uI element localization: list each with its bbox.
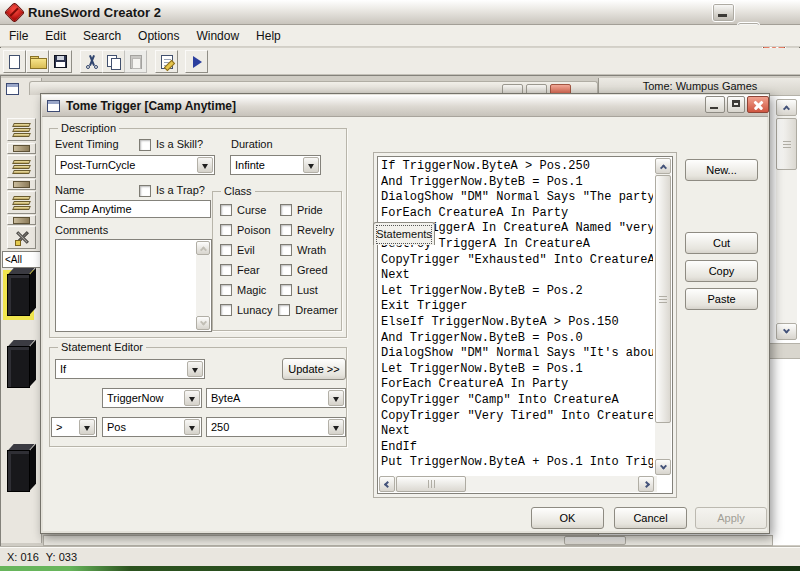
class-checkbox[interactable] [220, 224, 232, 236]
tome-layer-button[interactable] [7, 155, 36, 178]
new-document-button[interactable] [3, 50, 26, 73]
statement-line[interactable]: EndIf [381, 440, 653, 456]
dropdown-arrow-icon[interactable] [184, 419, 200, 435]
scroll-down-button[interactable] [776, 323, 797, 340]
name-input[interactable] [55, 200, 211, 218]
statement-line[interactable]: CopyTrigger "Very Tired" Into CreatureA [381, 409, 653, 425]
mini-view-button[interactable] [7, 179, 36, 190]
class-checkbox[interactable] [220, 284, 232, 296]
statement-line[interactable]: And TriggerNow.ByteB = Pos.0 [381, 331, 653, 347]
statements-scroll-up[interactable] [655, 158, 671, 174]
minimize-button[interactable] [712, 3, 735, 22]
class-checkbox[interactable] [280, 204, 292, 216]
menu-item[interactable]: Window [190, 26, 245, 46]
dropdown-arrow-icon[interactable] [328, 419, 344, 435]
menu-item[interactable]: Search [77, 26, 127, 46]
comments-scroll-down[interactable] [196, 316, 210, 330]
background-hscrollbar[interactable] [43, 535, 773, 546]
menu-item[interactable]: Edit [39, 26, 72, 46]
paste-statement-button[interactable]: Paste [685, 288, 758, 310]
menu-item[interactable]: File [3, 26, 34, 46]
dropdown-arrow-icon[interactable] [187, 361, 203, 377]
dialog-minimize-button[interactable] [705, 96, 725, 113]
field-select[interactable]: ByteA [206, 388, 346, 408]
statement-line[interactable]: CopyTrigger "Exhausted" Into CreatureA [381, 253, 653, 269]
tome-item-cube[interactable] [7, 450, 30, 492]
statement-line[interactable]: ForEach CreatureA In Party [381, 377, 653, 393]
statement-line[interactable]: ElseIf TriggerNow.ByteA > Pos.150 [381, 315, 653, 331]
cancel-button[interactable]: Cancel [614, 507, 687, 529]
statement-line[interactable]: If TriggerNow.ByteA > Pos.250 [381, 159, 653, 175]
statements-vscroll-thumb[interactable] [655, 175, 671, 423]
update-button[interactable]: Update >> [282, 358, 346, 380]
statement-line[interactable]: DialogShow "DM" Normal Says "The party i [381, 190, 653, 206]
statements-scroll-right[interactable] [638, 476, 654, 492]
comments-scroll-track[interactable] [196, 255, 210, 316]
statement-line[interactable]: Let TriggerNow.ByteB = Pos.1 [381, 362, 653, 378]
statement-line[interactable]: Next [381, 268, 653, 284]
statement-line[interactable]: Let TriggerNow.ByteB = Pos.2 [381, 284, 653, 300]
class-checkbox[interactable] [280, 224, 292, 236]
class-checkbox[interactable] [220, 244, 232, 256]
statement-line[interactable]: DialogShow "DM" Normal Says "It's about [381, 346, 653, 362]
statements-code[interactable]: If TriggerNow.ByteA > Pos.250And Trigger… [381, 159, 653, 474]
tools-button[interactable] [7, 226, 36, 249]
type-select[interactable]: Pos [102, 417, 202, 437]
tome-item-cube[interactable] [7, 346, 30, 388]
statements-listbox[interactable]: If TriggerNow.ByteA > Pos.250And Trigger… [377, 156, 673, 494]
statements-scroll-left[interactable] [379, 476, 395, 492]
class-checkbox[interactable] [220, 304, 232, 316]
menu-item[interactable]: Help [250, 26, 287, 46]
cut-statement-button[interactable]: Cut [685, 232, 758, 254]
statement-line[interactable]: Next [381, 424, 653, 440]
comments-scroll-up[interactable] [196, 241, 210, 255]
is-skill-checkbox[interactable] [139, 139, 151, 151]
statement-line[interactable]: CopyTrigger "Camp" Into CreatureA [381, 393, 653, 409]
dropdown-arrow-icon[interactable] [197, 157, 213, 173]
object-select[interactable]: TriggerNow [102, 388, 202, 408]
scroll-up-button[interactable] [776, 99, 797, 116]
background-hscroll-thumb[interactable] [564, 536, 626, 545]
class-checkbox[interactable] [280, 284, 292, 296]
dropdown-arrow-icon[interactable] [328, 390, 344, 406]
dialog-close-button[interactable] [747, 96, 769, 113]
statement-line[interactable]: Put TriggerNow.ByteA + Pos.1 Into Trigge [381, 455, 653, 471]
class-checkbox[interactable] [280, 264, 292, 276]
new-statement-button[interactable]: New... [685, 159, 758, 181]
dropdown-arrow-icon[interactable] [303, 157, 319, 173]
comments-textarea[interactable] [55, 239, 212, 332]
statements-scroll-down[interactable] [655, 459, 671, 475]
dropdown-arrow-icon[interactable] [184, 390, 200, 406]
copy-tool-button[interactable] [102, 50, 125, 73]
dialog-maximize-button[interactable] [727, 96, 745, 113]
open-button[interactable] [26, 50, 49, 73]
save-button[interactable] [49, 50, 72, 73]
number-select[interactable]: 250 [206, 417, 346, 437]
sidebar-filter-combo[interactable]: <All [2, 251, 41, 268]
cut-tool-button[interactable] [80, 50, 103, 73]
statement-line[interactable]: Exit Trigger [381, 299, 653, 315]
app-titlebar[interactable]: RuneSword Creator 2 [0, 0, 800, 25]
class-checkbox[interactable] [220, 204, 232, 216]
statement-line[interactable]: ForEach CreatureA In Party [381, 206, 653, 222]
class-checkbox[interactable] [278, 304, 290, 316]
dialog-titlebar[interactable]: Tome Trigger [Camp Anytime] [42, 95, 768, 117]
keyword-select[interactable]: If [55, 359, 205, 379]
event-timing-select[interactable]: Post-TurnCycle [55, 155, 215, 175]
mini-view-button[interactable] [7, 215, 36, 225]
statements-hscroll-thumb[interactable] [396, 476, 466, 492]
tab-statements[interactable]: Statements [373, 222, 435, 245]
run-button[interactable] [185, 50, 208, 73]
tome-layer-button[interactable] [7, 191, 36, 214]
scrollbar-thumb[interactable] [776, 118, 797, 170]
is-trap-checkbox[interactable] [139, 185, 151, 197]
ok-button[interactable]: OK [531, 507, 604, 529]
class-checkbox[interactable] [280, 244, 292, 256]
copy-statement-button[interactable]: Copy [685, 260, 758, 282]
tome-layer-button[interactable] [7, 118, 36, 141]
class-checkbox[interactable] [220, 264, 232, 276]
statement-line[interactable]: And TriggerNow.ByteB = Pos.1 [381, 175, 653, 191]
dropdown-arrow-icon[interactable] [79, 419, 95, 435]
duration-select[interactable]: Infinte [230, 155, 321, 175]
tome-item-cube-selected[interactable] [7, 274, 30, 316]
